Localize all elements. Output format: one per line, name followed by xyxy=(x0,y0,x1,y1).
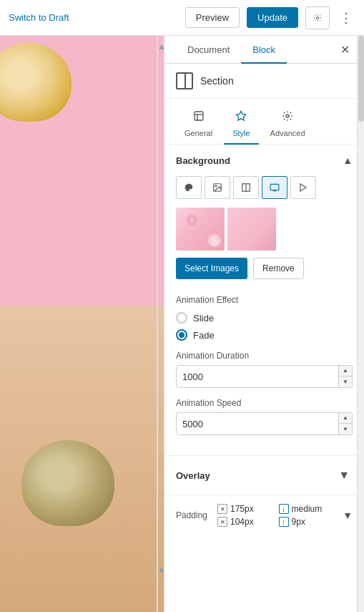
animation-speed-input-wrap: ▲ ▼ xyxy=(176,412,353,435)
padding-value-3: 104px xyxy=(230,517,254,527)
duration-spinner-down[interactable]: ▼ xyxy=(339,377,352,387)
animation-duration-input-wrap: ▲ ▼ xyxy=(176,365,353,388)
background-section-header: Background ▲ xyxy=(164,145,364,176)
tab-general[interactable]: General xyxy=(176,105,221,145)
select-images-button[interactable]: Select Images xyxy=(176,258,247,279)
settings-button[interactable] xyxy=(305,6,330,29)
svg-rect-9 xyxy=(270,184,279,190)
animation-duration-group: Animation Duration ▲ ▼ xyxy=(176,351,353,388)
padding-icon-1: ✕ xyxy=(217,504,227,514)
radio-slide-circle xyxy=(176,312,187,324)
scroll-thumb[interactable] xyxy=(358,36,364,122)
padding-value-1: 175px xyxy=(230,504,254,514)
panel-tabs: Document Block ✕ xyxy=(164,36,364,64)
bg-type-image-button[interactable] xyxy=(205,176,230,199)
tab-advanced-label: Advanced xyxy=(270,129,305,137)
scroll-arrow-up: ▲ xyxy=(157,39,166,54)
preview-button[interactable]: Preview xyxy=(185,7,240,28)
radio-fade-label: Fade xyxy=(193,330,215,341)
gradient-icon xyxy=(241,183,251,193)
tab-document[interactable]: Document xyxy=(176,36,241,64)
padding-section: Padding ✕ 175px | medium ✕ 104px | 9px xyxy=(164,495,364,535)
background-section: Background ▲ xyxy=(164,145,364,455)
animation-duration-input[interactable] xyxy=(177,366,338,387)
update-button[interactable]: Update xyxy=(247,7,298,28)
tab-advanced[interactable]: Advanced xyxy=(262,105,314,145)
animation-duration-spinners: ▲ ▼ xyxy=(338,366,352,387)
tab-general-label: General xyxy=(185,129,212,137)
svg-rect-1 xyxy=(195,112,203,120)
side-panel: Document Block ✕ Section General xyxy=(164,36,364,612)
overlay-header: Overlay ▼ xyxy=(164,456,364,495)
overlay-section: Overlay ▼ xyxy=(164,455,364,495)
animation-speed-spinners: ▲ ▼ xyxy=(338,413,352,434)
duration-spinner-up[interactable]: ▲ xyxy=(339,366,352,377)
macaron-image-top xyxy=(0,43,72,122)
padding-values: ✕ 175px | medium ✕ 104px | 9px xyxy=(217,504,337,527)
macaron-image-bottom xyxy=(21,440,114,526)
more-options-button[interactable]: ⋮ xyxy=(337,7,355,29)
image-preview-1 xyxy=(176,208,225,251)
bg-type-video-button[interactable] xyxy=(290,176,316,199)
scroll-arrow-down: ▲ xyxy=(157,562,166,576)
radio-fade[interactable]: Fade xyxy=(176,329,353,341)
image-preview-2 xyxy=(227,208,276,251)
slideshow-icon xyxy=(270,183,280,193)
overlay-toggle-button[interactable]: ▼ xyxy=(335,466,353,485)
padding-icon-2: | xyxy=(279,504,289,514)
animation-duration-label: Animation Duration xyxy=(176,351,353,361)
padding-label: Padding xyxy=(176,510,212,520)
animation-speed-input[interactable] xyxy=(177,413,338,434)
background-title: Background xyxy=(176,155,230,166)
svg-marker-12 xyxy=(300,184,306,192)
animation-radio-group: Slide Fade xyxy=(176,312,353,341)
bg-type-slideshow-button[interactable] xyxy=(262,176,287,199)
radio-slide-label: Slide xyxy=(193,313,214,324)
padding-icon-4: | xyxy=(279,517,289,527)
padding-icon-3: ✕ xyxy=(217,517,227,527)
image-preview-row xyxy=(164,208,364,258)
svg-point-4 xyxy=(286,115,289,117)
action-buttons: Select Images Remove xyxy=(164,258,364,289)
padding-item-2: | medium xyxy=(279,504,338,514)
bg-type-color-button[interactable] xyxy=(176,176,202,199)
panel-divider xyxy=(157,36,158,612)
radio-slide[interactable]: Slide xyxy=(176,312,353,324)
top-bar: Switch to Draft Preview Update ⋮ xyxy=(0,0,364,36)
animation-effect-label: Animation Effect xyxy=(176,295,353,305)
section-icon xyxy=(176,72,193,89)
animation-speed-label: Animation Speed xyxy=(176,398,353,408)
padding-item-1: ✕ 175px xyxy=(217,504,276,514)
section-label: Section xyxy=(200,75,234,87)
remove-button[interactable]: Remove xyxy=(253,258,304,279)
padding-value-4: 9px xyxy=(292,517,305,527)
switch-draft-link[interactable]: Switch to Draft xyxy=(9,12,69,23)
advanced-icon xyxy=(282,110,293,125)
canvas-area xyxy=(0,0,164,612)
section-header: Section xyxy=(164,64,364,99)
tab-style-label: Style xyxy=(232,129,250,137)
scrollbar[interactable] xyxy=(357,36,364,612)
block-tabs: General Style Advanced xyxy=(164,99,364,145)
image-icon xyxy=(212,183,222,193)
overlay-title: Overlay xyxy=(176,470,210,481)
speed-spinner-up[interactable]: ▲ xyxy=(339,413,352,424)
padding-value-2: medium xyxy=(292,504,323,514)
padding-toggle-button[interactable]: ▼ xyxy=(343,510,353,521)
panel-close-button[interactable]: ✕ xyxy=(338,40,353,59)
background-toggle-button[interactable]: ▲ xyxy=(343,155,353,166)
background-type-row xyxy=(164,176,364,208)
tab-block[interactable]: Block xyxy=(241,36,287,64)
padding-row: Padding ✕ 175px | medium ✕ 104px | 9px xyxy=(176,504,353,527)
tab-style[interactable]: Style xyxy=(224,105,258,145)
general-icon xyxy=(193,110,205,125)
gear-icon xyxy=(313,13,322,23)
color-icon xyxy=(184,183,194,193)
animation-speed-group: Animation Speed ▲ ▼ xyxy=(176,398,353,435)
bg-type-gradient-button[interactable] xyxy=(233,176,259,199)
radio-fade-circle xyxy=(176,329,187,341)
video-icon xyxy=(298,183,308,193)
animation-section: Animation Effect Slide Fade Animation Du… xyxy=(164,289,364,455)
padding-item-4: | 9px xyxy=(279,517,338,527)
speed-spinner-down[interactable]: ▼ xyxy=(339,424,352,434)
